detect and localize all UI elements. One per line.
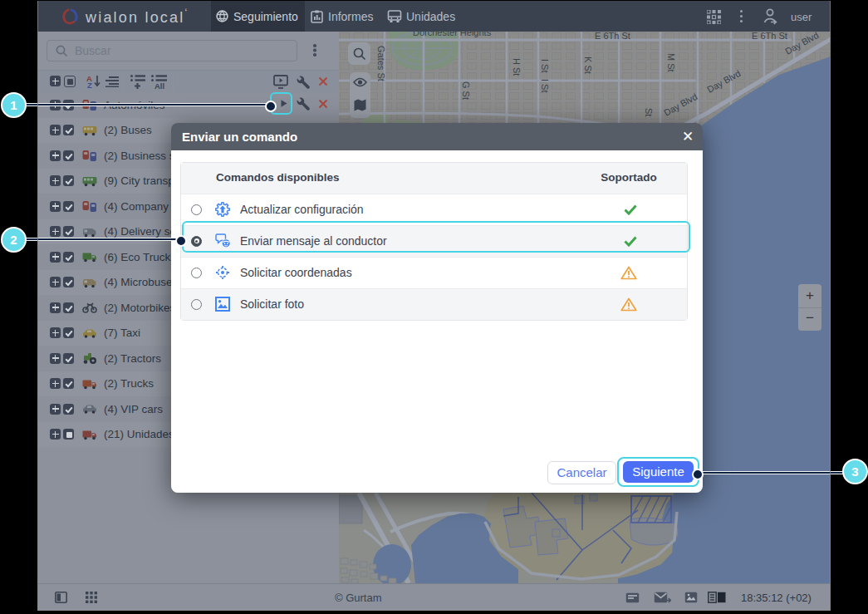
svg-text:M St: M St [666, 53, 676, 72]
svg-text:I St: I St [540, 59, 550, 73]
svg-text:E 6Th St: E 6Th St [595, 32, 630, 41]
svg-text:I St: I St [540, 79, 550, 93]
svg-text:G St: G St [461, 81, 471, 100]
svg-text:H St: H St [512, 58, 522, 76]
svg-text:Gates St: Gates St [376, 46, 386, 81]
svg-text:Dorchester Heights: Dorchester Heights [413, 32, 492, 37]
svg-text:K St: K St [583, 56, 593, 74]
svg-text:St: St [644, 108, 654, 116]
svg-text:E 6Th St: E 6Th St [752, 32, 787, 41]
svg-text:All: All [154, 81, 164, 90]
